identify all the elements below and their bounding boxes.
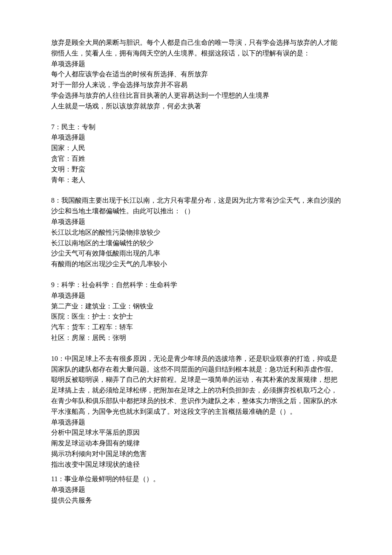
question-stem-line: 聪明反被聪明误，糊弄了自己的大好前程。足球是一项简单的运动，有其朴素的发展规律，… xyxy=(51,375,341,385)
question-type: 单项选择题 xyxy=(51,217,341,227)
question-stem-line: 彻悟人生，笑看人生，拥有海阔天空的人生境界。根据这段话，以下的理解有误的是： xyxy=(51,48,341,59)
question-8: 8：我国酸雨主要出现于长江以南，北方只有零星分布，这是因为北方常有沙尘天气，来自… xyxy=(51,195,341,270)
question-option: 国家：人民 xyxy=(51,143,341,154)
question-stem-line: 国家队的建队都存在着大量问题。这些不同层面的问题归结到根本就是：急功近利和弄虚作… xyxy=(51,364,341,375)
question-type: 单项选择题 xyxy=(51,485,341,495)
question-11: 11：事业单位最鲜明的特征是（）。 单项选择题 提供公共服务 xyxy=(51,474,341,506)
question-stem-line: 足球搞上去，就必须给足球松绑，把附加在足球之上的功利负担卸去，必须摒弃投机取巧之… xyxy=(51,385,341,396)
question-stem-line: 9：科学：社会科学：自然科学：生命科学 xyxy=(51,280,341,291)
question-type: 单项选择题 xyxy=(51,59,341,70)
question-option: 第二产业：建筑业：工业：钢铁业 xyxy=(51,301,341,312)
question-option: 社区：房屋：居民：张明 xyxy=(51,333,341,343)
document-page: 放弃是顾全大局的果断与胆识。每个人都是自己生命的唯一导演，只有学会选择与放弃的人… xyxy=(0,0,392,555)
question-option: 汽车：货车：工程车：轿车 xyxy=(51,322,341,333)
question-type: 单项选择题 xyxy=(51,417,341,428)
question-option: 分析中国足球水平落后的原因 xyxy=(51,427,341,438)
question-option: 长江以北地区的酸性污染物排放较少 xyxy=(51,227,341,238)
question-stem-line: 在青少年队和俱乐部队中都把球员的技术、意识作为建队之本，整体实力增强之后，国家队… xyxy=(51,396,341,407)
question-option: 人生就是一场戏，所以该放弃就放弃，何必太执著 xyxy=(51,101,341,112)
question-stem-line: 沙尘和当地土壤都偏碱性。由此可以推出：（） xyxy=(51,206,341,217)
question-6: 放弃是顾全大局的果断与胆识。每个人都是自己生命的唯一导演，只有学会选择与放弃的人… xyxy=(51,38,341,112)
question-option: 医院：医生：护士：女护士 xyxy=(51,311,341,322)
question-option: 提供公共服务 xyxy=(51,495,341,506)
question-stem-line: 平水涨船高，为国争光也就水到渠成了。对这段文字的主旨概括最准确的是（）。 xyxy=(51,407,341,417)
question-9: 9：科学：社会科学：自然科学：生命科学 单项选择题 第二产业：建筑业：工业：钢铁… xyxy=(51,280,341,343)
question-stem-line: 放弃是顾全大局的果断与胆识。每个人都是自己生命的唯一导演，只有学会选择与放弃的人… xyxy=(51,38,341,48)
question-10: 10：中国足球上不去有很多原因，无论是青少年球员的选拔培养，还是职业联赛的打造，… xyxy=(51,354,341,470)
question-7: 7：民主：专制 单项选择题 国家：人民 贪官：百姓 文明：野蛮 青年：老人 xyxy=(51,122,341,186)
question-option: 每个人都应该学会在适当的时候有所选择、有所放弃 xyxy=(51,69,341,80)
question-option: 学会选择与放弃的人往往比盲目执著的人更容易达到一个理想的人生境界 xyxy=(51,90,341,101)
question-type: 单项选择题 xyxy=(51,132,341,143)
question-stem-line: 10：中国足球上不去有很多原因，无论是青少年球员的选拔培养，还是职业联赛的打造，… xyxy=(51,354,341,364)
question-option: 阐发足球运动本身固有的规律 xyxy=(51,438,341,449)
question-stem-line: 11：事业单位最鲜明的特征是（）。 xyxy=(51,474,341,485)
question-option: 对于一部分人来说，学会选择与放弃并不容易 xyxy=(51,80,341,90)
question-option: 指出改变中国足球现状的途径 xyxy=(51,459,341,470)
question-option: 揭示功利倾向对中国足球的危害 xyxy=(51,449,341,459)
question-stem-line: 8：我国酸雨主要出现于长江以南，北方只有零星分布，这是因为北方常有沙尘天气，来自… xyxy=(51,195,341,206)
question-type: 单项选择题 xyxy=(51,291,341,301)
question-stem-line: 7：民主：专制 xyxy=(51,122,341,133)
question-option: 长江以南地区的土壤偏碱性的较少 xyxy=(51,238,341,249)
question-option: 青年：老人 xyxy=(51,175,341,186)
question-option: 贪官：百姓 xyxy=(51,154,341,164)
question-option: 文明：野蛮 xyxy=(51,164,341,175)
question-option: 沙尘天气可有效降低酸雨出现的几率 xyxy=(51,248,341,259)
question-option: 有酸雨的地区出现沙尘天气的几率较小 xyxy=(51,259,341,270)
